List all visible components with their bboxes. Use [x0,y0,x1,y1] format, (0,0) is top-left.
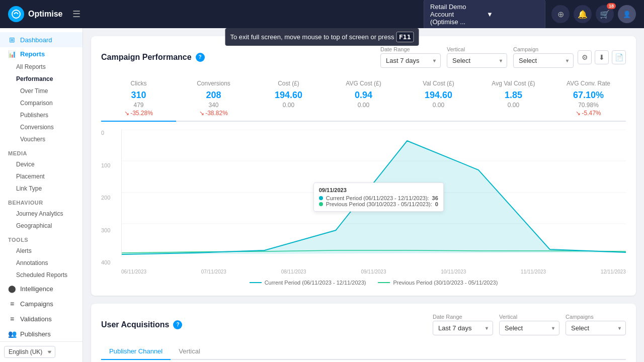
date-range-control: Date Range Last 7 days ▼ [380,46,441,68]
home-icon: ⊞ [8,36,16,44]
export-button[interactable]: 📄 [612,50,626,64]
legend-previous: Previous Period (30/10/2023 - 05/11/2023… [378,280,498,286]
download-button[interactable]: ⬇ [595,50,609,64]
sidebar-section-tools: Tools [0,232,83,245]
campaign-label: Campaign [513,46,574,52]
ua-campaigns-select-wrapper: Select ▼ [566,321,626,335]
sidebar-item-vouchers[interactable]: Vouchers [0,133,83,145]
add-icon[interactable]: ⊕ [551,5,570,23]
sidebar: ⊞ Dashboard 📊 Reports All Reports Perfor… [0,28,83,341]
user-acq-help-icon[interactable]: ? [173,320,182,329]
user-acq-title: User Acquisitions [101,320,169,329]
svg-point-0 [12,10,20,18]
tooltip-date: 09/11/2023 [319,187,438,193]
stat-item-clicks[interactable]: Clicks 310 479 ↘-35.28% [101,76,176,121]
sidebar-item-comparison[interactable]: Comparison [0,97,83,109]
topbar: Optimise ☰ To exit full screen, move mou… [0,0,644,28]
x-label: 06/11/2023 [121,269,146,275]
sidebar-item-geographical[interactable]: Geographical [0,220,83,232]
ua-campaigns-label: Campaigns [566,314,626,320]
sidebar-item-journey-analytics[interactable]: Journey Analytics [0,208,83,220]
tab-publisher-channel[interactable]: Publisher Channel [101,343,171,360]
sidebar-item-all-reports[interactable]: All Reports [0,61,83,73]
vertical-label: Vertical [447,46,507,52]
intelligence-icon: ⬤ [8,285,16,293]
date-range-label: Date Range [380,46,441,52]
sidebar-item-device[interactable]: Device [0,158,83,170]
campaign-select[interactable]: Select [513,53,574,68]
vertical-select[interactable]: Select [447,53,507,68]
campaign-performance-card: Campaign Performance ? Date Range Last 7… [91,36,636,296]
ua-vertical-label: Vertical [499,314,559,320]
campaign-title: Campaign Performance [101,53,192,62]
campaign-controls: Date Range Last 7 days ▼ Vertical Se [380,46,574,68]
tooltip-current-dot [319,196,323,200]
user-acq-controls: Date Range Last 7 days ▼ Vertical Se [433,314,626,335]
hamburger-icon[interactable]: ☰ [72,9,80,20]
x-label: 10/11/2023 [441,269,466,275]
sidebar-item-publishers-main[interactable]: 👥 Publishers [0,326,83,341]
stats-row: Clicks 310 479 ↘-35.28% Conversions 208 … [101,76,626,122]
campaign-select-wrapper: Select ▼ [513,53,574,68]
tooltip-previous-dot [319,202,323,206]
language-selector-wrapper: English (UK) ▼ [0,341,83,362]
stat-item-val-cost-[interactable]: Val Cost (£) 194.60 0.00 [401,76,476,121]
ua-vertical-select[interactable]: Select [499,321,559,335]
language-select[interactable]: English (UK) [4,346,55,358]
ua-campaigns-control: Campaigns Select ▼ [566,314,626,335]
cart-icon[interactable]: 🛒 18 [596,5,614,23]
sidebar-item-dashboard[interactable]: ⊞ Dashboard [0,32,83,47]
tooltip-current-row: Current Period (06/11/2023 - 12/11/2023)… [319,195,438,201]
stat-item-avg-val-cost-[interactable]: Avg Val Cost (£) 1.85 0.00 [476,76,551,121]
date-range-select[interactable]: Last 7 days [380,53,441,68]
chart-legend: Current Period (06/11/2023 - 12/11/2023)… [121,280,626,286]
chart-area: 400 300 200 100 0 [101,130,626,286]
logo: Optimise [8,6,62,22]
sidebar-item-over-time[interactable]: Over Time [0,85,83,97]
legend-current-line [250,282,262,283]
sidebar-item-validations[interactable]: ≡ Validations [0,311,83,326]
ua-campaigns-select[interactable]: Select [566,321,626,335]
x-label: 09/11/2023 [361,269,386,275]
stat-item-conversions[interactable]: Conversions 208 340 ↘-38.82% [176,76,251,121]
language-select-wrapper: English (UK) ▼ [4,346,55,358]
validations-icon: ≡ [8,315,16,323]
legend-current: Current Period (06/11/2023 - 12/11/2023) [250,280,366,286]
card-actions: ⚙ ⬇ 📄 [578,50,626,64]
sidebar-item-reports[interactable]: 📊 Reports [0,47,83,61]
chart-inner: 09/11/2023 Current Period (06/11/2023 - … [121,130,626,255]
sidebar-section-behaviour: Behaviour [0,195,83,208]
avatar[interactable]: 👤 [618,5,636,23]
sidebar-item-publishers[interactable]: Publishers [0,109,83,121]
logo-icon [8,6,24,22]
stat-item-avg-conv-rate[interactable]: AVG Conv. Rate 67.10% 70.98% ↘-5.47% [551,76,626,121]
stat-item-avg-cost-[interactable]: AVG Cost (£) 0.94 0.00 [326,76,401,121]
card-header-user-acq: User Acquisitions ? Date Range Last 7 da… [101,314,626,335]
sidebar-item-annotations[interactable]: Annotations [0,257,83,269]
sidebar-item-conversions[interactable]: Conversions [0,121,83,133]
notification-icon[interactable]: 🔔 [574,5,592,23]
chart-x-labels: 06/11/202307/11/202308/11/202309/11/2023… [121,269,626,275]
date-range-select-wrapper: Last 7 days ▼ [380,53,441,68]
tab-vertical[interactable]: Vertical [171,343,208,360]
sidebar-item-scheduled-reports[interactable]: Scheduled Reports [0,269,83,281]
sidebar-item-campaigns[interactable]: ≡ Campaigns [0,296,83,311]
chevron-down-icon: ▼ [487,11,539,18]
publishers-icon: 👥 [8,330,16,338]
sidebar-item-alerts[interactable]: Alerts [0,245,83,257]
user-acq-tabs: Publisher Channel Vertical [101,343,626,360]
campaign-help-icon[interactable]: ? [196,53,205,62]
sidebar-item-performance[interactable]: Performance [0,73,83,85]
ua-date-range-select-wrapper: Last 7 days ▼ [433,321,493,335]
settings-button[interactable]: ⚙ [578,50,592,64]
sidebar-item-link-type[interactable]: Link Type [0,183,83,195]
x-label: 12/11/2023 [601,269,626,275]
main-content: Campaign Performance ? Date Range Last 7… [83,28,644,362]
account-selector[interactable]: Retail Demo Account (Optimise ... ▼ [424,0,545,29]
reports-icon: 📊 [8,50,16,58]
ua-date-range-select[interactable]: Last 7 days [433,321,493,335]
sidebar-item-intelligence[interactable]: ⬤ Intelligence [0,281,83,296]
sidebar-item-placement[interactable]: Placement [0,170,83,183]
x-label: 08/11/2023 [281,269,306,275]
stat-item-cost-[interactable]: Cost (£) 194.60 0.00 [251,76,326,121]
